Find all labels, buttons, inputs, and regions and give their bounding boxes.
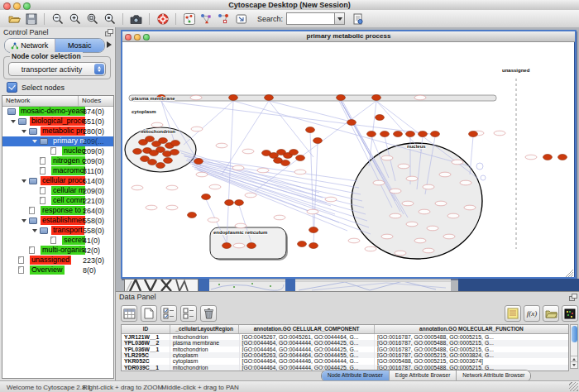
network-node-small[interactable]: [325, 197, 337, 202]
close-button[interactable]: [125, 34, 132, 41]
network-node-selected[interactable]: [159, 138, 168, 144]
network-node-small[interactable]: [235, 223, 246, 228]
help-button[interactable]: [154, 11, 171, 26]
minimize-button[interactable]: [134, 34, 141, 41]
table-cell[interactable]: [GO:0005488, GO:0005215, GO:0003674]: [374, 358, 568, 364]
tree-item-response-to-stimulu[interactable]: response to stimulu264(0): [2, 206, 113, 216]
network-node-selected[interactable]: [247, 243, 256, 249]
table-column-header[interactable]: ID: [122, 325, 170, 333]
float-panel-icon[interactable]: [105, 29, 112, 36]
snapshot-button[interactable]: [127, 11, 145, 26]
table-cell[interactable]: [GO:0044464, GO:0044446, GO:0044444, G..…: [239, 358, 374, 364]
network-node-small[interactable]: [525, 155, 537, 160]
zoom-out-button[interactable]: [49, 11, 66, 26]
network-node-selected[interactable]: [188, 213, 197, 218]
attribute-label-button[interactable]: [505, 305, 521, 322]
attribute-create-button[interactable]: [141, 305, 157, 322]
network-node-selected[interactable]: [133, 149, 142, 155]
network-node-selected[interactable]: [171, 141, 180, 146]
table-row[interactable]: YLR295Ccytoplasm[GO:0045263, GO:0044464,…: [122, 352, 568, 358]
network-edge[interactable]: [184, 101, 233, 145]
table-cell[interactable]: YJR121W__1: [122, 334, 170, 340]
table-cell[interactable]: mitochondrion: [170, 365, 239, 370]
network-node-selected[interactable]: [225, 200, 234, 206]
background-window-fragment[interactable]: [285, 279, 295, 291]
attribute-select-button[interactable]: [121, 305, 137, 322]
node-color-dropdown[interactable]: transporter activity: [8, 62, 106, 76]
network-node-selected[interactable]: [223, 243, 232, 249]
tree-item-cellular-metabol[interactable]: cellular metabol209(0): [2, 186, 113, 196]
network-node-selected[interactable]: [194, 159, 203, 165]
network-node-selected[interactable]: [156, 163, 165, 169]
tab-network[interactable]: Network: [5, 39, 55, 52]
background-window-fragment[interactable]: [295, 279, 451, 291]
background-window-fragment[interactable]: [199, 279, 209, 291]
tree-item-cellular-process[interactable]: cellular process614(0): [2, 176, 113, 186]
tree-item-establishment-of-lo[interactable]: establishment of lo558(0): [2, 216, 113, 226]
tree-column-nodes[interactable]: Nodes: [78, 96, 113, 106]
zoom-fit-button[interactable]: [84, 11, 101, 26]
network-node-small[interactable]: [398, 164, 409, 169]
background-window-fragment[interactable]: [458, 279, 579, 291]
table-cell[interactable]: YPL036W__1: [122, 347, 170, 352]
network-node-small[interactable]: [232, 165, 244, 170]
vizmapper-button[interactable]: [198, 11, 215, 26]
tree-item-nucleobase-[interactable]: nucleobase-209(0): [2, 146, 113, 156]
tree-item-multi-organism-pro[interactable]: multi-organism pro42(0): [2, 246, 113, 256]
network-node-small[interactable]: [146, 205, 157, 210]
network-node-selected[interactable]: [313, 138, 323, 144]
window-resize-grip[interactable]: [568, 272, 573, 277]
network-node-small[interactable]: [191, 127, 203, 131]
search-options-button[interactable]: [349, 11, 366, 26]
network-graph[interactable]: plasma membranecytoplasmmitochondrionnuc…: [122, 42, 575, 278]
network-node-small[interactable]: [381, 155, 393, 160]
table-cell[interactable]: YPL036W__2: [122, 340, 170, 346]
window-resize-grip[interactable]: [571, 275, 573, 277]
scrollbar-thumb[interactable]: [572, 326, 577, 342]
tree-item-biological-process[interactable]: biological_process651(0): [2, 117, 113, 127]
tab-overflow-arrow-icon[interactable]: [107, 41, 112, 48]
network-node-small[interactable]: [460, 180, 471, 185]
network-node-selected[interactable]: [394, 131, 403, 137]
minimize-button[interactable]: [13, 2, 21, 10]
search-input[interactable]: [286, 12, 334, 25]
network-node-selected[interactable]: [309, 243, 318, 249]
network-window[interactable]: primary metabolic process plasma membran…: [121, 30, 577, 279]
network-node-selected[interactable]: [146, 136, 155, 142]
network-node-small[interactable]: [423, 248, 434, 253]
table-cell[interactable]: mitochondrion: [170, 347, 239, 352]
tree-item-cell-communicat[interactable]: cell communicat221(0): [2, 196, 113, 206]
network-node-small[interactable]: [443, 234, 455, 239]
network-node-selected[interactable]: [309, 227, 318, 233]
network-node-selected[interactable]: [202, 194, 211, 200]
network-node-selected[interactable]: [281, 160, 290, 166]
expand-arrow-icon[interactable]: [32, 229, 37, 232]
tree-item-unassigned[interactable]: unassigned223(0): [2, 256, 113, 265]
network-node-small[interactable]: [307, 209, 318, 214]
table-cell[interactable]: [GO:0045267, GO:0045261, GO:0044464, G..…: [239, 334, 374, 340]
tree-item-primary-metabo[interactable]: primary metabo209(...: [2, 136, 113, 146]
network-node-small[interactable]: [166, 205, 178, 210]
attribute-delete-button[interactable]: [200, 305, 217, 322]
network-node-small[interactable]: [427, 226, 438, 231]
network-node-small[interactable]: [365, 246, 376, 251]
network-node-small[interactable]: [196, 172, 208, 177]
network-node-small[interactable]: [132, 185, 143, 190]
zoom-selected-button[interactable]: [101, 11, 118, 26]
network-node-small[interactable]: [406, 222, 418, 227]
table-column-header[interactable]: _cellularLayoutRegion: [170, 325, 239, 333]
network-node-small[interactable]: [414, 238, 426, 243]
network-node-selected[interactable]: [367, 131, 376, 137]
network-node-small[interactable]: [447, 213, 459, 218]
network-node-small[interactable]: [208, 218, 219, 222]
network-node-selected[interactable]: [298, 241, 307, 247]
table-scrollbar[interactable]: [570, 324, 578, 369]
network-node-selected[interactable]: [337, 95, 346, 101]
network-node-small[interactable]: [257, 168, 269, 173]
search-dropdown-button[interactable]: [334, 12, 345, 25]
network-node-small[interactable]: [209, 184, 221, 189]
scroll-down-button[interactable]: [571, 361, 577, 368]
network-node-selected[interactable]: [406, 131, 415, 137]
table-cell[interactable]: cytoplasm: [170, 352, 239, 358]
network-node-selected[interactable]: [265, 95, 274, 101]
